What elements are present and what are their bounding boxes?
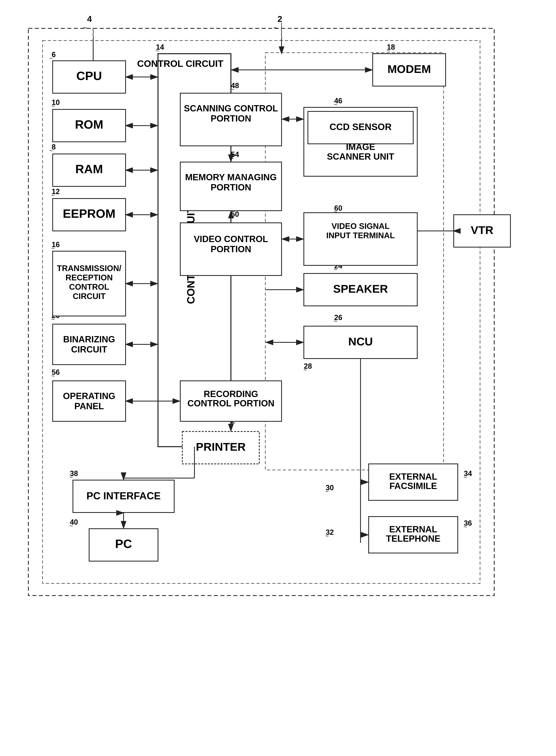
svg-text:PORTION: PORTION bbox=[211, 113, 251, 124]
svg-text:~: ~ bbox=[334, 266, 338, 273]
memory-label: MEMORY MANAGING bbox=[185, 172, 277, 182]
ref-4: 4 bbox=[87, 14, 92, 24]
svg-text:~: ~ bbox=[273, 24, 278, 32]
ref-2: 2 bbox=[277, 14, 282, 24]
ext-tel-label: EXTERNAL bbox=[389, 524, 437, 534]
svg-text:~: ~ bbox=[51, 316, 55, 322]
pc-label: PC bbox=[115, 537, 132, 551]
modem-label: MODEM bbox=[387, 63, 431, 75]
speaker-label: SPEAKER bbox=[333, 282, 388, 295]
diagram-svg: 2 ~ 4 ~ 6 ~ 10 ~ 8 ~ 12 ~ 16 ~ 20 ~ 56 ~… bbox=[12, 8, 543, 748]
ext-fax-label: EXTERNAL bbox=[389, 472, 437, 482]
pc-interface-label: PC INTERFACE bbox=[86, 490, 161, 502]
svg-text:~: ~ bbox=[49, 55, 53, 62]
control-circuit-top-label: CONTROL CIRCUIT bbox=[137, 58, 223, 69]
svg-text:~: ~ bbox=[325, 532, 329, 539]
svg-text:~: ~ bbox=[155, 47, 159, 54]
ncu-label: NCU bbox=[348, 335, 373, 348]
svg-text:CIRCUIT: CIRCUIT bbox=[71, 344, 107, 354]
svg-text:~: ~ bbox=[334, 318, 338, 324]
svg-text:CIRCUIT: CIRCUIT bbox=[73, 292, 106, 301]
svg-text:~: ~ bbox=[325, 488, 329, 495]
diagram-container: 2 ~ 4 ~ 6 ~ 10 ~ 8 ~ 12 ~ 16 ~ 20 ~ 56 ~… bbox=[12, 8, 543, 748]
svg-text:RECEPTION: RECEPTION bbox=[65, 273, 113, 282]
svg-text:~: ~ bbox=[304, 367, 307, 373]
video-control-label: VIDEO CONTROL bbox=[194, 234, 268, 244]
image-scanner-label: IMAGE bbox=[346, 142, 375, 152]
vtr-label: VTR bbox=[471, 224, 493, 236]
svg-text:~: ~ bbox=[83, 24, 87, 32]
svg-text:~: ~ bbox=[386, 47, 390, 54]
svg-text:~: ~ bbox=[51, 103, 55, 109]
eeprom-label: EEPROM bbox=[63, 207, 115, 220]
recording-label: RECORDING bbox=[204, 389, 258, 399]
video-signal-label: VIDEO SIGNAL bbox=[332, 221, 390, 231]
ram-label: RAM bbox=[75, 162, 103, 176]
svg-text:CONTROL: CONTROL bbox=[69, 282, 109, 291]
cpu-label: CPU bbox=[76, 69, 102, 83]
svg-text:~: ~ bbox=[463, 474, 467, 481]
svg-text:TELEPHONE: TELEPHONE bbox=[386, 534, 441, 544]
operating-label: OPERATING bbox=[63, 391, 115, 401]
svg-text:INPUT TERMINAL: INPUT TERMINAL bbox=[326, 231, 395, 240]
svg-text:~: ~ bbox=[51, 192, 55, 199]
svg-text:~: ~ bbox=[51, 245, 55, 251]
svg-text:FACSIMILE: FACSIMILE bbox=[389, 481, 437, 491]
svg-text:PANEL: PANEL bbox=[74, 401, 104, 411]
svg-text:~: ~ bbox=[463, 523, 467, 530]
svg-text:~: ~ bbox=[49, 147, 53, 154]
svg-text:~: ~ bbox=[69, 474, 73, 481]
binarizing-label: BINARIZING bbox=[63, 334, 115, 344]
svg-text:PORTION: PORTION bbox=[211, 244, 251, 254]
svg-text:PORTION: PORTION bbox=[211, 182, 251, 192]
svg-text:~: ~ bbox=[69, 522, 73, 529]
rom-label: ROM bbox=[75, 118, 103, 131]
printer-label: PRINTER bbox=[196, 440, 246, 453]
svg-text:CONTROL PORTION: CONTROL PORTION bbox=[187, 398, 274, 408]
svg-text:SCANNER UNIT: SCANNER UNIT bbox=[327, 151, 394, 162]
svg-text:~: ~ bbox=[334, 101, 338, 108]
svg-text:~: ~ bbox=[51, 373, 55, 379]
transmission-label: TRANSMISSION/ bbox=[57, 264, 121, 273]
ccd-label: CCD SENSOR bbox=[329, 122, 392, 132]
scanning-label: SCANNING CONTROL bbox=[184, 103, 278, 113]
